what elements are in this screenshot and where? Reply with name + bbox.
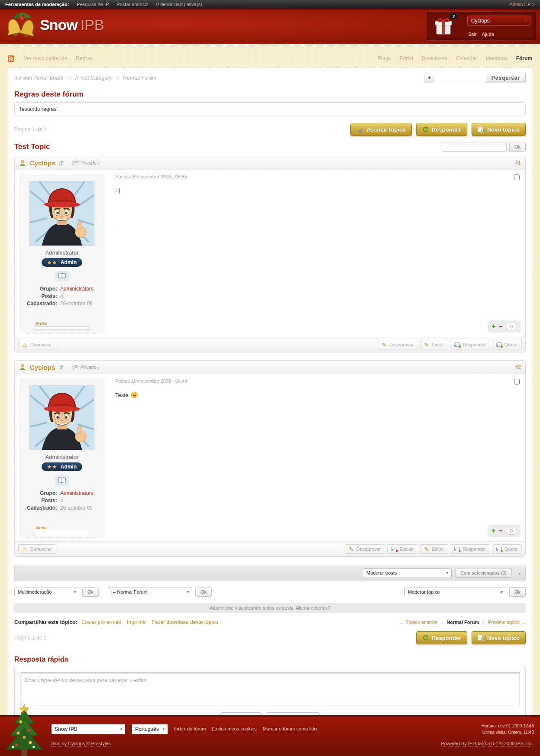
breadcrumb-board[interactable]: Invision Power Board <box>14 75 63 81</box>
quick-reply-editor[interactable]: Dica: clique dentro desta caixa para car… <box>20 672 520 706</box>
nav-tab-forum[interactable]: Fórum <box>516 55 532 61</box>
disapprove-button[interactable]: ✎Desaprovar <box>378 340 418 349</box>
post-select-checkbox[interactable] <box>514 379 520 384</box>
reply-topic-button-top[interactable]: Responder <box>416 123 467 136</box>
share-print-link[interactable]: Imprimir <box>127 619 146 625</box>
previous-topic-link[interactable]: ← Tópico anterior <box>400 620 437 625</box>
reply-icon <box>422 635 429 641</box>
avatar[interactable] <box>29 181 94 246</box>
multimoderation-select[interactable]: Multimoderação ▾ <box>14 588 79 596</box>
vote-down-icon[interactable]: − <box>499 324 503 329</box>
vote-up-icon[interactable]: + <box>491 324 495 329</box>
skin-credit-link[interactable]: Skin by Cyclops © Prostyles <box>51 741 111 747</box>
disapprove-button[interactable]: ✎Desaprovar <box>345 544 385 554</box>
next-topic-link[interactable]: Próximo tópico → <box>488 620 526 625</box>
quote-bubble-icon <box>496 342 502 347</box>
site-logo[interactable]: SnowIPB <box>40 16 104 33</box>
post-ip: (IP: Privado ) <box>71 365 99 370</box>
go-arrow-icon[interactable]: → <box>515 569 521 576</box>
search-input[interactable] <box>435 73 486 83</box>
pipe-separator: | <box>441 620 443 625</box>
modbar-link-post-announcement[interactable]: Postar anúncio <box>116 2 148 7</box>
post-number[interactable]: #1 <box>515 160 521 166</box>
nav-tab-blogs[interactable]: Blogs <box>378 55 391 61</box>
report-button[interactable]: ⚠ Denunciar <box>18 340 56 349</box>
multimoderation-ok-button[interactable]: Ok <box>82 587 99 597</box>
vote-up-icon[interactable]: + <box>491 528 495 533</box>
posts-label: Posts: <box>23 498 57 504</box>
post-select-checkbox[interactable] <box>514 174 520 180</box>
footer-delete-cookies-link[interactable]: Excluir meus cookies <box>212 726 256 732</box>
logout-link[interactable]: Sair <box>468 32 477 37</box>
new-topic-icon <box>478 634 484 641</box>
pencil-icon: ✎ <box>424 342 429 347</box>
main-navigation: Ver novo conteúdo Regras Blogs Portal Do… <box>0 52 540 65</box>
modbar-link-active-reports[interactable]: 0 denúncia(s) ativa(s) <box>156 2 202 7</box>
report-button[interactable]: ⚠ Denunciar <box>18 544 56 554</box>
new-topic-button-bottom[interactable]: Novo tópico <box>472 631 526 644</box>
quote-button[interactable]: Quote <box>492 544 522 554</box>
username-dropdown[interactable]: Cyclops ▾ <box>467 16 530 26</box>
post-number[interactable]: #2 <box>515 364 521 370</box>
moderate-topic-ok-button[interactable]: Ok <box>509 587 526 597</box>
viewing-criteria-note[interactable]: Atualmente visualizando todos os posts. … <box>14 603 526 613</box>
powered-by-link[interactable]: Powered By IP.Board 3.0.4 © 2009 IPS, In… <box>441 741 534 747</box>
topic-quick-input[interactable] <box>442 142 507 152</box>
forum-jump-ok-button[interactable]: Ok <box>195 587 212 597</box>
breadcrumb-category[interactable]: A Test Category <box>75 75 112 81</box>
footer-mark-read-link[interactable]: Marcar o fórum como lido <box>263 726 317 732</box>
with-selected-button[interactable]: Com selecionados (0) <box>455 568 512 578</box>
new-topic-button-top[interactable]: Novo tópico <box>472 123 526 136</box>
post-ip: (IP: Privado ) <box>71 160 99 165</box>
search-button[interactable]: Pesquisar <box>486 73 526 83</box>
forum-jump-select[interactable]: |-- Normal Forum ▾ <box>108 588 192 596</box>
vote-down-icon[interactable]: − <box>499 528 503 533</box>
moderate-posts-select[interactable]: Moderar posts ▾ <box>363 569 452 577</box>
quote-button[interactable]: Quote <box>492 340 522 349</box>
rss-icon[interactable] <box>8 55 14 62</box>
breadcrumb-separator: » <box>68 75 71 81</box>
share-download-link[interactable]: Fazer download deste tópico <box>152 619 218 625</box>
current-forum-link[interactable]: Normal Forum <box>446 620 479 625</box>
site-header: SnowIPB 2 Cyclops ▾ Sair Ajuda <box>0 10 540 44</box>
share-email-link[interactable]: Enviar por e-mail <box>81 619 121 625</box>
reply-topic-button-bottom[interactable]: Responder <box>416 631 467 644</box>
notification-badge[interactable]: 2 <box>450 13 457 20</box>
edit-button[interactable]: ✎Editar <box>420 544 449 554</box>
language-select[interactable]: Português ▾ <box>132 724 168 734</box>
edit-button[interactable]: ✎Editar <box>420 340 449 349</box>
nav-tab-calendar[interactable]: Calendar <box>456 55 477 61</box>
help-link[interactable]: Ajuda <box>482 32 494 37</box>
profile-book-button[interactable] <box>55 475 69 486</box>
breadcrumb-forum[interactable]: Normal Forum <box>123 75 156 81</box>
group-value-link[interactable]: Administrators <box>60 286 94 292</box>
moderate-topic-select[interactable]: Moderar tópico ▾ <box>404 588 506 596</box>
admin-cp-link[interactable]: Admin CP > <box>509 2 535 7</box>
delete-button[interactable]: Excluir <box>387 544 418 554</box>
topic-title: Test Topic <box>14 142 50 151</box>
modbar-link-ip-search[interactable]: Pesquisa de IP <box>77 2 109 7</box>
reply-post-button[interactable]: Responder <box>450 340 490 349</box>
avatar[interactable] <box>29 385 94 450</box>
profile-book-button[interactable] <box>55 271 69 281</box>
topic-ok-button[interactable]: Ok <box>509 142 526 152</box>
group-value-link[interactable]: Administrators <box>60 490 94 496</box>
post-rating: + − 0 <box>488 525 521 537</box>
nav-tab-portal[interactable]: Portal <box>399 55 413 61</box>
nav-view-new-content[interactable]: Ver novo conteúdo <box>24 55 67 61</box>
nav-rules[interactable]: Regras <box>76 55 93 61</box>
footer-forum-index-link[interactable]: Index do fórum <box>174 726 206 732</box>
post-author-link[interactable]: Cyclops <box>30 159 55 167</box>
pencil-icon: ✎ <box>424 547 429 552</box>
snow-torn-edge <box>0 44 540 52</box>
external-link-icon <box>59 161 63 165</box>
nav-tab-members[interactable]: Membros <box>486 55 508 61</box>
subscribe-icon <box>356 126 364 133</box>
post-author-link[interactable]: Cyclops <box>30 364 55 371</box>
subscribe-topic-button[interactable]: Assinar tópico <box>350 123 412 136</box>
skin-select[interactable]: Snow IPB ▾ <box>51 724 126 734</box>
search-expand-button[interactable]: + <box>424 73 435 83</box>
reply-post-button[interactable]: Responder <box>450 544 490 554</box>
moderation-toolbar-title: Ferramentas da moderação: <box>5 2 69 7</box>
nav-tab-downloads[interactable]: Downloads <box>422 55 447 61</box>
